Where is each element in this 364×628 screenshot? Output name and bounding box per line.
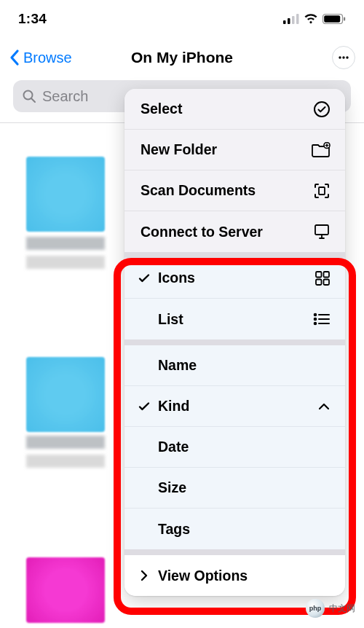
list-icon <box>313 313 331 326</box>
svg-rect-1 <box>288 18 290 24</box>
file-label <box>26 436 105 468</box>
status-time: 1:34 <box>18 11 47 27</box>
svg-point-7 <box>339 56 341 58</box>
menu-item-label: View Options <box>158 568 248 584</box>
checkmark-circle-icon <box>313 101 331 118</box>
watermark-text: 中文网 <box>329 603 355 615</box>
menu-item-view-icons[interactable]: Icons <box>124 258 345 299</box>
svg-rect-14 <box>319 187 325 195</box>
file-thumbnail[interactable] <box>26 357 105 432</box>
svg-point-22 <box>314 318 317 321</box>
watermark: php 中文网 <box>306 599 355 618</box>
svg-rect-15 <box>315 225 328 235</box>
menu-item-label: Tags <box>158 521 190 538</box>
svg-rect-6 <box>344 17 345 21</box>
grid-icon <box>314 270 331 286</box>
svg-rect-5 <box>324 15 340 23</box>
back-label: Browse <box>23 50 72 66</box>
menu-item-label: List <box>158 311 183 328</box>
page-title: On My iPhone <box>131 49 233 66</box>
menu-item-label: Name <box>158 357 197 374</box>
search-icon <box>22 89 36 103</box>
svg-point-20 <box>314 314 317 316</box>
svg-point-24 <box>314 323 317 325</box>
svg-rect-0 <box>283 20 286 24</box>
checkmark-icon <box>135 400 154 413</box>
more-button[interactable] <box>332 46 355 69</box>
svg-rect-19 <box>324 279 330 285</box>
menu-item-connect-server[interactable]: Connect to Server <box>124 211 345 252</box>
menu-item-sort-name[interactable]: Name <box>124 345 345 386</box>
svg-rect-17 <box>324 272 330 278</box>
server-icon <box>313 223 331 240</box>
scan-icon <box>313 182 331 200</box>
cellular-icon <box>283 14 299 24</box>
menu-item-label: New Folder <box>141 141 217 158</box>
menu-item-label: Date <box>158 439 189 455</box>
menu-item-label: Connect to Server <box>141 224 263 240</box>
menu-item-scan-documents[interactable]: Scan Documents <box>124 170 345 211</box>
file-label <box>26 237 105 269</box>
menu-item-sort-tags[interactable]: Tags <box>124 509 345 549</box>
search-placeholder: Search <box>42 88 88 105</box>
folder-plus-icon <box>312 142 331 158</box>
chevron-right-icon <box>135 569 154 582</box>
menu-item-sort-date[interactable]: Date <box>124 427 345 468</box>
back-button[interactable]: Browse <box>9 49 72 66</box>
wifi-icon <box>304 14 318 24</box>
menu-item-label: Scan Documents <box>141 182 256 199</box>
menu-item-view-options[interactable]: View Options <box>124 555 345 596</box>
menu-item-new-folder[interactable]: New Folder <box>124 130 345 170</box>
status-icons <box>283 14 346 24</box>
battery-icon <box>323 14 346 24</box>
menu-item-sort-kind[interactable]: Kind <box>124 386 345 427</box>
status-bar: 1:34 <box>0 0 364 38</box>
context-menu: Select New Folder Scan Documents Connect… <box>124 89 345 596</box>
watermark-logo: php <box>306 599 325 618</box>
svg-rect-16 <box>316 272 322 278</box>
menu-item-label: Size <box>158 479 186 496</box>
file-thumbnail[interactable] <box>26 157 105 232</box>
menu-item-select[interactable]: Select <box>124 89 345 130</box>
menu-item-label: Select <box>141 101 182 117</box>
navigation-bar: Browse On My iPhone <box>0 38 364 77</box>
menu-separator <box>124 549 345 555</box>
svg-point-8 <box>342 56 344 58</box>
chevron-left-icon <box>9 49 20 66</box>
menu-item-view-list[interactable]: List <box>124 299 345 339</box>
svg-point-12 <box>314 102 329 117</box>
menu-item-sort-size[interactable]: Size <box>124 468 345 509</box>
svg-point-9 <box>346 56 348 58</box>
menu-item-label: Icons <box>158 270 195 286</box>
menu-item-label: Kind <box>158 398 189 415</box>
svg-rect-3 <box>296 14 299 24</box>
svg-rect-2 <box>292 16 295 24</box>
ellipsis-circle-icon <box>336 50 351 65</box>
svg-line-11 <box>31 98 35 102</box>
chevron-up-icon <box>317 402 331 411</box>
menu-separator <box>124 252 345 258</box>
file-thumbnail[interactable] <box>26 557 105 623</box>
menu-separator <box>124 339 345 345</box>
svg-rect-18 <box>316 279 322 285</box>
checkmark-icon <box>135 272 154 285</box>
